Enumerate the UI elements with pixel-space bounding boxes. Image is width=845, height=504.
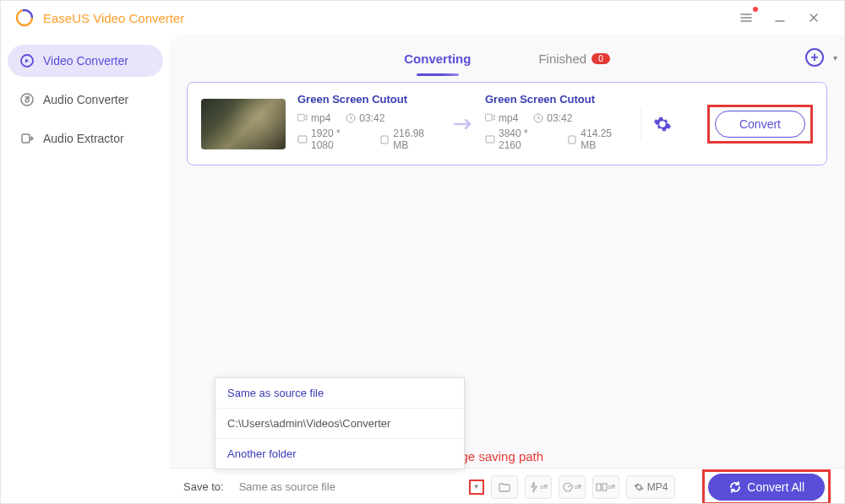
sidebar-item-audio-extractor[interactable]: Audio Extractor [8,122,163,154]
video-icon [297,113,308,123]
output-format-label: MP4 [647,481,668,493]
svg-point-3 [21,94,33,106]
clock-icon [533,113,543,123]
dropdown-item-path[interactable]: C:\Users\admin\Videos\Converter [215,409,464,439]
svg-rect-8 [485,114,492,121]
merge-toggle-button[interactable]: off [592,475,619,499]
convert-button[interactable]: Convert [715,111,805,138]
merge-off-icon [596,481,608,493]
output-format-button[interactable]: MP4 [626,475,676,499]
tab-converting[interactable]: Converting [404,45,471,73]
convert-all-label: Convert All [747,480,804,494]
bottom-bar: Save to: Same as source file ▼ off off o… [170,468,844,504]
svg-rect-10 [486,136,494,143]
settings-button[interactable] [653,115,672,133]
notification-dot-icon [753,7,758,12]
sidebar-item-label: Audio Converter [43,93,128,106]
tab-finished[interactable]: Finished 0 [538,45,609,73]
arrow-right-icon [453,117,473,132]
close-button[interactable] [797,5,831,30]
app-title: EaseUS Video Converter [43,11,184,25]
add-file-button[interactable]: + [805,48,824,67]
tabs-bar: Converting Finished 0 + ▾ [170,35,844,82]
chevron-down-icon: ▾ [833,53,837,62]
minimize-button[interactable] [763,5,797,30]
svg-rect-5 [297,114,304,121]
source-size: 216.98 MB [379,127,441,151]
resolution-icon [297,134,308,144]
tab-label: Converting [404,51,471,66]
resolution-icon [485,134,495,144]
svg-rect-12 [597,484,601,490]
svg-rect-13 [602,484,607,490]
tab-label: Finished [538,51,586,66]
triangle-down-icon: ▼ [473,483,480,490]
video-converter-icon [19,53,35,68]
convert-all-highlight: Convert All [702,469,831,505]
file-size-icon [567,134,577,144]
save-to-label: Save to: [183,480,224,493]
file-size-icon [379,134,390,144]
sidebar: Video Converter Audio Converter Audio Ex… [1,35,170,504]
menu-button[interactable] [729,5,763,30]
conversion-item: Green Screen Cutout mp4 03:42 [187,82,827,165]
source-title: Green Screen Cutout [297,93,441,106]
gear-small-icon [634,482,644,492]
dropdown-item-another-folder[interactable]: Another folder [215,439,464,469]
target-resolution: 3840 * 2160 [485,127,552,151]
high-speed-toggle-button[interactable]: off [559,475,586,499]
tab-underline [417,73,459,76]
sidebar-item-label: Audio Extractor [43,132,124,145]
svg-rect-7 [298,136,307,143]
title-bar: EaseUS Video Converter [1,1,844,35]
divider [641,107,641,141]
sidebar-item-video-converter[interactable]: Video Converter [8,45,163,77]
save-path-dropdown-button[interactable]: ▼ [469,480,484,495]
minimize-icon [774,12,786,24]
source-resolution: 1920 * 1080 [297,127,364,151]
video-icon [485,113,495,123]
gear-icon [653,115,672,133]
speed-off-icon [562,481,574,493]
svg-rect-4 [22,134,30,143]
gpu-toggle-button[interactable]: off [525,475,552,499]
plus-icon: + [810,50,818,65]
finished-count-badge: 0 [592,53,610,64]
app-logo-icon [14,8,35,28]
target-size: 414.25 MB [567,127,629,151]
sidebar-item-label: Video Converter [43,54,128,68]
dropdown-item-same-source[interactable]: Same as source file [215,378,464,409]
source-format: mp4 [297,112,330,124]
convert-highlight: Convert [707,105,813,144]
folder-icon [499,482,510,492]
target-info: Green Screen Cutout mp4 03:42 [485,93,629,154]
close-icon [808,12,820,24]
add-file-dropdown-button[interactable]: ▾ [833,53,837,62]
save-path-dropdown: Same as source file C:\Users\admin\Video… [215,377,465,469]
open-folder-button[interactable] [491,475,518,499]
video-thumbnail[interactable] [201,99,286,149]
hamburger-icon [739,11,753,24]
convert-all-button[interactable]: Convert All [708,474,825,501]
source-info: Green Screen Cutout mp4 03:42 [297,93,441,154]
audio-converter-icon [19,92,35,107]
clock-icon [346,113,356,123]
target-title: Green Screen Cutout [485,93,629,106]
sidebar-item-audio-converter[interactable]: Audio Converter [8,84,163,116]
refresh-icon [728,480,742,494]
audio-extractor-icon [19,131,35,146]
save-path-display[interactable]: Same as source file [234,477,462,496]
source-duration: 03:42 [346,112,384,124]
target-duration: 03:42 [533,112,572,124]
target-format: mp4 [485,112,518,124]
lightning-off-icon [528,481,540,493]
